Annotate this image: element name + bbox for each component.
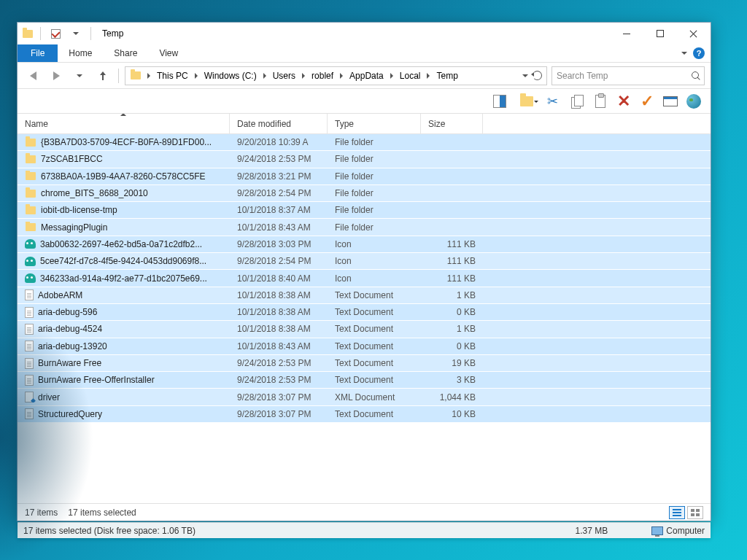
maximize-button[interactable] (643, 23, 677, 44)
up-button[interactable] (93, 66, 112, 85)
sort-indicator-icon (120, 114, 126, 116)
breadcrumb[interactable]: This PC Windows (C:) Users roblef AppDat… (125, 66, 547, 85)
search-box[interactable] (551, 66, 705, 85)
table-row[interactable]: 6738BA0A-19B9-4AA7-8260-C578CC5FE9/28/20… (18, 168, 711, 185)
table-row[interactable]: 346233ad-914a-49f2-ae77-d1bc2075e69...10… (18, 270, 711, 287)
table-row[interactable]: aria-debug-59610/1/2018 8:38 AMText Docu… (18, 304, 711, 321)
search-input[interactable] (557, 71, 689, 81)
file-size: 1 KB (421, 290, 483, 300)
ribbon-expand-icon[interactable] (681, 52, 687, 55)
icons-view-button[interactable] (687, 506, 703, 519)
qat-properties[interactable] (47, 26, 63, 42)
breadcrumb-dropdown-icon[interactable] (522, 74, 528, 77)
breadcrumb-segment[interactable]: Windows (C:) (201, 67, 260, 85)
column-date[interactable]: Date modified (230, 114, 328, 133)
table-row[interactable]: AdobeARM10/1/2018 8:38 AMText Document1 … (18, 287, 711, 304)
file-date: 9/20/2018 10:39 A (230, 137, 328, 147)
file-date: 9/28/2018 3:21 PM (230, 171, 328, 182)
breadcrumb-segment[interactable]: Local (396, 67, 425, 85)
breadcrumb-root[interactable] (127, 67, 144, 85)
file-name: AdobeARM (38, 290, 82, 300)
file-date: 9/28/2018 3:07 PM (230, 409, 328, 419)
chevron-right-icon (427, 73, 430, 79)
titlebar[interactable]: Temp (18, 23, 711, 44)
table-row[interactable]: chrome_BITS_8688_200109/28/2018 2:54 PMF… (18, 185, 711, 202)
text-file-icon (25, 375, 34, 386)
selection-size: 1.37 MB (576, 526, 608, 536)
delete-button[interactable]: ✕ (613, 91, 635, 112)
file-tab[interactable]: File (18, 44, 58, 62)
check-icon: ✓ (640, 93, 654, 109)
table-row[interactable]: 7zSCAB1FBCC9/24/2018 2:53 PMFile folder (18, 151, 711, 168)
copy-button[interactable] (566, 91, 588, 112)
file-date: 9/28/2018 3:03 PM (230, 239, 328, 249)
text-file-icon (25, 324, 34, 335)
file-list[interactable]: {B3BA7D03-5709-4ECF-B0FA-89D1FD00...9/20… (18, 134, 711, 503)
refresh-icon[interactable] (533, 71, 542, 80)
breadcrumb-segment[interactable]: roblef (308, 67, 337, 85)
recent-dropdown[interactable] (70, 66, 89, 85)
table-row[interactable]: {B3BA7D03-5709-4ECF-B0FA-89D1FD00...9/20… (18, 134, 711, 151)
table-row[interactable]: StructuredQuery9/28/2018 3:07 PMText Doc… (18, 406, 711, 423)
file-size: 1 KB (421, 324, 483, 334)
confirm-button[interactable]: ✓ (636, 91, 658, 112)
preview-pane-button[interactable] (489, 91, 511, 112)
column-type[interactable]: Type (328, 114, 421, 133)
back-button[interactable] (23, 66, 42, 85)
file-date: 9/28/2018 2:54 PM (230, 188, 328, 198)
table-row[interactable]: aria-debug-452410/1/2018 8:38 AMText Doc… (18, 321, 711, 338)
tab-view[interactable]: View (148, 44, 189, 62)
file-type: Text Document (328, 358, 421, 368)
file-type: File folder (328, 205, 421, 215)
file-size: 111 KB (421, 273, 483, 284)
selection-count: 17 items selected (68, 508, 136, 518)
breadcrumb-segment[interactable]: Users (269, 67, 299, 85)
paste-button[interactable] (589, 91, 611, 112)
qat-dropdown[interactable] (68, 26, 84, 42)
close-button[interactable] (677, 23, 711, 44)
search-icon[interactable] (692, 71, 700, 79)
file-type: Text Document (328, 307, 421, 317)
content-area: Name Date modified Type Size {B3BA7D03-5… (18, 114, 711, 503)
breadcrumb-segment[interactable]: This PC (153, 67, 192, 85)
help-icon[interactable]: ? (693, 47, 705, 59)
table-row[interactable]: iobit-db-license-tmp10/1/2018 8:37 AMFil… (18, 202, 711, 219)
column-label: Size (428, 119, 445, 129)
copy-icon (571, 95, 583, 108)
explorer-window: Temp File Home Share View ? This PC Wind… (17, 22, 711, 521)
chevron-right-icon (390, 73, 393, 79)
forward-button[interactable] (47, 66, 66, 85)
computer-icon (651, 526, 663, 535)
file-date: 10/1/2018 8:38 AM (230, 307, 328, 317)
table-row[interactable]: BurnAware Free9/24/2018 2:53 PMText Docu… (18, 355, 711, 372)
table-row[interactable]: 5cee742f-d7c8-4f5e-9424-0453dd9069f8...9… (18, 253, 711, 270)
status-bar: 17 items 17 items selected (18, 503, 711, 521)
column-size[interactable]: Size (421, 114, 483, 133)
file-date: 10/1/2018 8:40 AM (230, 273, 328, 284)
chevron-right-icon (195, 73, 198, 79)
separator (40, 27, 41, 40)
text-file-icon (25, 341, 34, 351)
tab-home[interactable]: Home (58, 44, 103, 62)
details-view-button[interactable] (669, 506, 685, 519)
table-row[interactable]: aria-debug-1392010/1/2018 8:43 AMText Do… (18, 338, 711, 355)
file-size: 10 KB (421, 409, 483, 419)
column-name[interactable]: Name (18, 114, 230, 133)
table-row[interactable]: 3ab00632-2697-4e62-bd5a-0a71c2dfb2...9/2… (18, 236, 711, 253)
breadcrumb-segment[interactable]: Temp (433, 67, 461, 85)
new-folder-button[interactable] (512, 91, 541, 112)
file-type: File folder (328, 188, 421, 198)
table-row[interactable]: driver9/28/2018 3:07 PMXML Document1,044… (18, 389, 711, 405)
breadcrumb-segment[interactable]: AppData (346, 67, 387, 85)
properties-button[interactable] (659, 91, 681, 112)
file-size: 19 KB (421, 358, 483, 368)
file-type: File folder (328, 154, 421, 164)
file-name: 5cee742f-d7c8-4f5e-9424-0453dd9069f8... (40, 256, 206, 266)
minimize-button[interactable] (610, 23, 643, 44)
tab-share[interactable]: Share (103, 44, 148, 62)
iobit-button[interactable] (683, 91, 705, 112)
table-row[interactable]: MessagingPlugin10/1/2018 8:43 AMFile fol… (18, 219, 711, 236)
file-type: Icon (328, 273, 421, 284)
cut-button[interactable] (543, 91, 565, 112)
table-row[interactable]: BurnAware Free-OfferInstaller9/24/2018 2… (18, 372, 711, 389)
